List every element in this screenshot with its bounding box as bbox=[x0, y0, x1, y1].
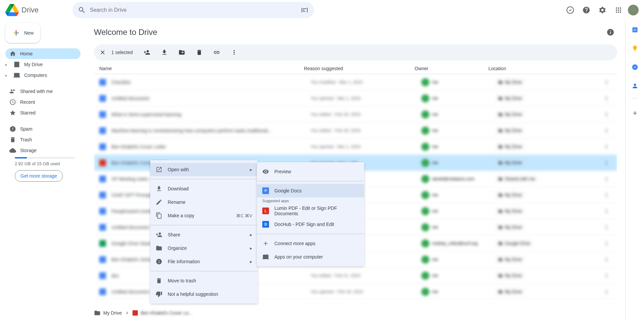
settings-icon[interactable] bbox=[596, 3, 609, 17]
sidebar-item-label: Spam bbox=[20, 126, 33, 132]
submenu-google-docs[interactable]: Google Docs bbox=[257, 184, 364, 197]
row-more-icon[interactable] bbox=[601, 270, 612, 281]
menu-file-info[interactable]: File information bbox=[150, 255, 258, 268]
computer-icon bbox=[13, 72, 20, 79]
sidebar-item-starred[interactable]: Starred bbox=[5, 107, 80, 118]
search-input[interactable] bbox=[90, 7, 297, 13]
menu-trash[interactable]: Move to trash bbox=[150, 274, 258, 287]
file-type-icon bbox=[99, 143, 106, 150]
delete-action[interactable] bbox=[193, 46, 205, 58]
file-row[interactable]: Untitled document You opened · Mar 1, 20… bbox=[94, 90, 617, 106]
calendar-panel-icon[interactable]: 31 bbox=[628, 23, 642, 36]
file-type-icon bbox=[99, 95, 106, 102]
row-more-icon[interactable] bbox=[601, 109, 612, 120]
logo-area[interactable]: Drive bbox=[5, 3, 72, 17]
link-action[interactable] bbox=[211, 46, 223, 58]
more-action[interactable] bbox=[228, 46, 240, 58]
search-bar[interactable] bbox=[72, 2, 314, 18]
row-more-icon[interactable] bbox=[601, 206, 612, 217]
svg-rect-6 bbox=[99, 159, 106, 166]
user-avatar[interactable] bbox=[628, 5, 639, 15]
file-location: My Drive bbox=[495, 224, 525, 231]
column-location[interactable]: Location bbox=[488, 66, 612, 71]
sidebar-item-label: Storage bbox=[20, 148, 37, 153]
folder-icon bbox=[156, 245, 162, 251]
menu-organize[interactable]: Organize bbox=[150, 241, 258, 255]
file-type-icon bbox=[99, 272, 106, 279]
sidebar-item-mydrive[interactable]: My Drive bbox=[5, 59, 80, 70]
svg-rect-2 bbox=[99, 95, 106, 102]
submenu-dochub[interactable]: D DocHub - PDF Sign and Edit bbox=[257, 218, 364, 231]
ready-offline-icon[interactable] bbox=[564, 3, 577, 17]
row-more-icon[interactable] bbox=[601, 157, 612, 168]
menu-copy[interactable]: Make a copy ⌘C ⌘V bbox=[150, 209, 258, 222]
apps-icon[interactable] bbox=[612, 3, 625, 17]
row-more-icon[interactable] bbox=[601, 77, 612, 88]
sidebar-item-recent[interactable]: Recent bbox=[5, 97, 80, 107]
drive-icon bbox=[13, 61, 20, 68]
storage-text: 2.92 GB of 15 GB used bbox=[15, 161, 80, 166]
file-location: Google Drive bbox=[495, 240, 533, 247]
filter-icon[interactable] bbox=[301, 6, 309, 14]
row-more-icon[interactable] bbox=[601, 93, 612, 104]
column-reason[interactable]: Reason suggested bbox=[304, 66, 415, 71]
row-more-icon[interactable] bbox=[601, 222, 612, 233]
sidebar-item-computers[interactable]: Computers bbox=[5, 70, 80, 81]
file-owner: me bbox=[421, 94, 495, 102]
folder-icon bbox=[94, 310, 101, 316]
submenu-connect-apps[interactable]: Connect more apps bbox=[257, 237, 364, 250]
contacts-panel-icon[interactable] bbox=[628, 79, 642, 93]
info-button[interactable] bbox=[604, 26, 617, 39]
file-location: My Drive bbox=[495, 256, 525, 263]
file-row[interactable]: Ben Khaled's Cover Letter You opened · M… bbox=[94, 139, 617, 155]
row-more-icon[interactable] bbox=[601, 286, 612, 297]
help-icon[interactable] bbox=[580, 3, 593, 17]
row-more-icon[interactable] bbox=[601, 141, 612, 152]
column-name[interactable]: Name bbox=[99, 66, 304, 71]
sidebar-item-home[interactable]: Home bbox=[5, 48, 80, 59]
file-row[interactable]: Checklist You modified · Mar 1, 2024 me … bbox=[94, 74, 617, 90]
new-button[interactable]: New bbox=[5, 23, 40, 43]
new-button-label: New bbox=[24, 30, 34, 36]
file-row[interactable]: What is Semi-supervised learning You edi… bbox=[94, 106, 617, 123]
spam-icon bbox=[9, 126, 16, 132]
row-more-icon[interactable] bbox=[601, 174, 612, 184]
keep-panel-icon[interactable] bbox=[628, 42, 642, 55]
get-storage-button[interactable]: Get more storage bbox=[15, 170, 63, 182]
row-more-icon[interactable] bbox=[601, 238, 612, 249]
close-icon[interactable] bbox=[99, 49, 106, 56]
column-owner[interactable]: Owner bbox=[415, 66, 488, 71]
row-more-icon[interactable] bbox=[601, 190, 612, 200]
file-owner: me bbox=[421, 127, 495, 135]
submenu-lumin[interactable]: L Lumin PDF - Edit or Sign PDF Documents bbox=[257, 204, 364, 218]
row-more-icon[interactable] bbox=[601, 254, 612, 265]
download-action[interactable] bbox=[158, 46, 170, 58]
breadcrumb-root[interactable]: My Drive bbox=[103, 310, 122, 316]
menu-share[interactable]: Share bbox=[150, 228, 258, 241]
submenu-computer-apps[interactable]: Apps on your computer bbox=[257, 250, 364, 264]
submenu-preview[interactable]: Preview bbox=[257, 165, 364, 178]
move-action[interactable] bbox=[176, 46, 188, 58]
add-panel-icon[interactable] bbox=[628, 106, 642, 120]
file-location: My Drive bbox=[495, 272, 525, 279]
file-row[interactable]: Machine learning is revolutionizing how … bbox=[94, 123, 617, 139]
share-action[interactable] bbox=[141, 46, 153, 58]
sidebar-item-storage[interactable]: Storage bbox=[5, 145, 80, 156]
menu-rename[interactable]: Rename bbox=[150, 195, 258, 209]
menu-open-with[interactable]: Open with bbox=[150, 163, 258, 176]
tasks-panel-icon[interactable] bbox=[628, 60, 642, 74]
file-name: Machine learning is revolutionizing how … bbox=[111, 128, 311, 133]
chevron-right-icon bbox=[250, 245, 252, 251]
file-location: My Drive bbox=[495, 143, 525, 150]
breadcrumb-current[interactable]: Ben Khaled's Cover Le... bbox=[141, 310, 192, 316]
sidebar-item-trash[interactable]: Trash bbox=[5, 134, 80, 145]
lumin-icon: L bbox=[262, 208, 269, 214]
sidebar-item-label: Recent bbox=[20, 99, 35, 105]
row-more-icon[interactable] bbox=[601, 125, 612, 136]
file-owner: daniel@rubaloon.com bbox=[421, 175, 495, 183]
sidebar-item-shared[interactable]: Shared with me bbox=[5, 86, 80, 97]
chevron-right-icon bbox=[124, 310, 130, 316]
menu-not-helpful[interactable]: Not a helpful suggestion bbox=[150, 287, 258, 301]
menu-download[interactable]: Download bbox=[150, 182, 258, 195]
sidebar-item-spam[interactable]: Spam bbox=[5, 124, 80, 134]
